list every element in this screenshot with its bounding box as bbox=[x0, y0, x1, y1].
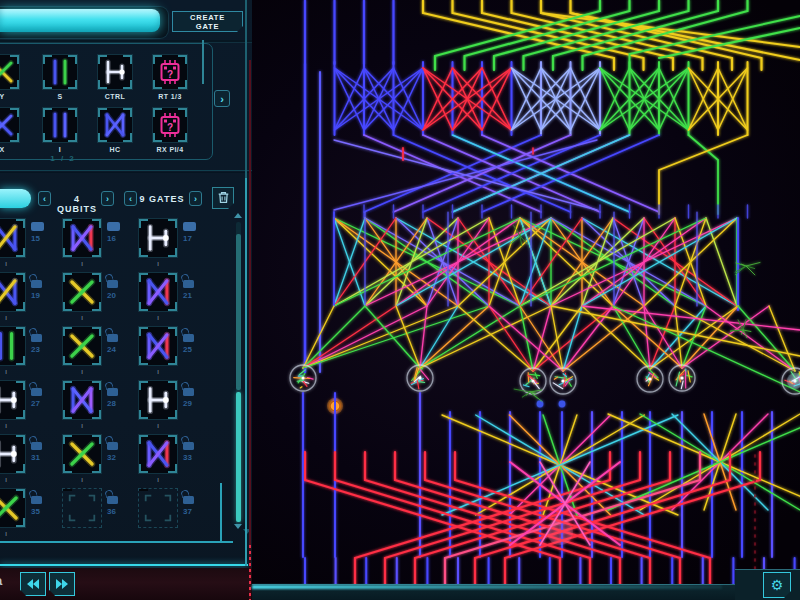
slot-sublabel: I bbox=[138, 369, 178, 375]
inventory-slot-31[interactable] bbox=[0, 434, 26, 474]
x-yellow-green-icon bbox=[0, 489, 25, 527]
scroll-up-icon[interactable] bbox=[234, 213, 242, 218]
slot-meta: 36 bbox=[107, 488, 129, 516]
slot-number: 25 bbox=[183, 345, 192, 354]
palette-gate-hc[interactable] bbox=[97, 107, 133, 143]
bowtie-blue-red-icon bbox=[139, 273, 177, 311]
palette-gate-s[interactable] bbox=[42, 54, 78, 90]
scroll-down-icon[interactable] bbox=[234, 524, 242, 529]
fast-forward-button[interactable] bbox=[49, 572, 75, 596]
gate-search-input[interactable] bbox=[0, 9, 160, 32]
inventory-slot-17[interactable] bbox=[138, 218, 178, 258]
unlocked-padlock-icon bbox=[107, 496, 118, 504]
slot-sublabel: I bbox=[0, 531, 26, 537]
inventory-slot-24[interactable] bbox=[62, 326, 102, 366]
palette-gate-rx-pi-4[interactable]: ? bbox=[152, 107, 188, 143]
slot-meta: 33 bbox=[183, 434, 205, 462]
scrollbar-thumb[interactable] bbox=[236, 392, 241, 522]
inventory-slot-21[interactable] bbox=[138, 272, 178, 312]
slot-meta: 29 bbox=[183, 380, 205, 408]
palette-next-page-button[interactable]: › bbox=[214, 90, 230, 107]
qubits-increment-button[interactable]: › bbox=[101, 191, 114, 206]
slot-meta: 19 bbox=[31, 272, 53, 300]
h-dot-icon bbox=[139, 381, 177, 419]
inventory-slot-35[interactable] bbox=[0, 488, 26, 528]
palette-gate-ctrl[interactable] bbox=[97, 54, 133, 90]
palette-gate-label: S bbox=[40, 93, 80, 100]
bars-blue-blue-icon bbox=[43, 108, 77, 142]
inventory-slot-15[interactable] bbox=[0, 218, 26, 258]
fast-forward-icon bbox=[55, 579, 69, 589]
trash-icon bbox=[216, 190, 231, 205]
slot-sublabel: I bbox=[0, 477, 26, 483]
slot-sublabel: I bbox=[0, 315, 26, 321]
slot-number: 24 bbox=[107, 345, 116, 354]
slot-meta: 24 bbox=[107, 326, 129, 354]
inventory-progress-pill bbox=[0, 189, 31, 208]
slot-sublabel: I bbox=[138, 477, 178, 483]
slot-number: 31 bbox=[31, 453, 40, 462]
slot-sublabel: I bbox=[62, 261, 102, 267]
inventory-slot-29[interactable] bbox=[138, 380, 178, 420]
empty-icon bbox=[63, 489, 101, 527]
inventory-slot-28[interactable] bbox=[62, 380, 102, 420]
bowtie-blue-red-icon bbox=[63, 219, 101, 257]
h-dot-icon bbox=[0, 435, 25, 473]
palette-gate-i[interactable] bbox=[42, 107, 78, 143]
qubits-count-label: 4 QUBITS bbox=[53, 194, 101, 214]
bowtie-blue-red-icon bbox=[139, 327, 177, 365]
clear-gates-button[interactable] bbox=[212, 187, 234, 209]
slot-meta: 15 bbox=[31, 218, 53, 243]
bars-blue-green-icon bbox=[0, 327, 25, 365]
unlocked-padlock-icon bbox=[31, 496, 42, 504]
inventory-slot-19[interactable] bbox=[0, 272, 26, 312]
unlocked-padlock-icon bbox=[31, 280, 42, 288]
slot-number: 28 bbox=[107, 399, 116, 408]
inventory-slot-20[interactable] bbox=[62, 272, 102, 312]
bottom-glow-line bbox=[252, 585, 722, 589]
slot-meta: 25 bbox=[183, 326, 205, 354]
settings-button[interactable]: ⚙ bbox=[763, 572, 791, 598]
slot-meta: 21 bbox=[183, 272, 205, 300]
slot-sublabel: I bbox=[62, 315, 102, 321]
slot-sublabel: I bbox=[62, 477, 102, 483]
unlocked-padlock-icon bbox=[107, 442, 118, 450]
gates-decrement-button[interactable]: ‹ bbox=[124, 191, 137, 206]
inventory-slot-32[interactable] bbox=[62, 434, 102, 474]
inventory-slot-37[interactable] bbox=[138, 488, 178, 528]
palette-gate-y[interactable] bbox=[0, 54, 20, 90]
slot-sublabel: I bbox=[138, 261, 178, 267]
palette-page-indicator: 1 / 2 bbox=[36, 154, 90, 163]
slot-meta: 35 bbox=[31, 488, 53, 516]
slot-meta: 16 bbox=[107, 218, 129, 243]
palette-gate-x[interactable] bbox=[0, 107, 20, 143]
palette-gate-label: RX PI/4 bbox=[150, 146, 190, 153]
inventory-slot-36[interactable] bbox=[62, 488, 102, 528]
svg-text:?: ? bbox=[167, 69, 173, 80]
x-blue-icon bbox=[0, 108, 19, 142]
slot-number: 16 bbox=[107, 234, 116, 243]
slot-number: 21 bbox=[183, 291, 192, 300]
slot-sublabel: I bbox=[138, 423, 178, 429]
gates-count-label: 9 GATES bbox=[139, 194, 185, 204]
palette-gate-label: X bbox=[0, 146, 22, 153]
partial-label: a bbox=[0, 573, 2, 588]
scrollbar-thumb-dim[interactable] bbox=[236, 234, 241, 390]
inventory-slot-25[interactable] bbox=[138, 326, 178, 366]
in-use-badge-icon bbox=[183, 222, 196, 231]
inventory-slot-27[interactable] bbox=[0, 380, 26, 420]
rewind-button[interactable] bbox=[20, 572, 46, 596]
slot-sublabel: I bbox=[0, 369, 26, 375]
slot-meta: 17 bbox=[183, 218, 205, 243]
inventory-slot-16[interactable] bbox=[62, 218, 102, 258]
inventory-slot-23[interactable] bbox=[0, 326, 26, 366]
create-gate-button[interactable]: CREATE GATE bbox=[172, 11, 243, 32]
x-yellow-green-icon bbox=[63, 435, 101, 473]
inventory-slot-33[interactable] bbox=[138, 434, 178, 474]
unlocked-padlock-icon bbox=[183, 280, 194, 288]
frame-decor-line bbox=[220, 483, 222, 541]
palette-gate-rt-1-3[interactable]: ? bbox=[152, 54, 188, 90]
qubits-decrement-button[interactable]: ‹ bbox=[38, 191, 51, 206]
circuit-visualization[interactable] bbox=[252, 0, 800, 600]
gates-increment-button[interactable]: › bbox=[189, 191, 202, 206]
